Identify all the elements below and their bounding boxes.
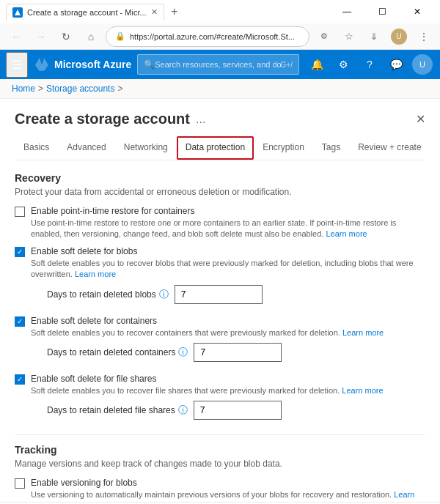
fileshares-days-row: Days to retain deleted file shares ⓘ <box>47 401 425 420</box>
point-in-time-row: Enable point-in-time restore for contain… <box>15 206 425 240</box>
fileshares-days-info-icon[interactable]: ⓘ <box>178 404 188 417</box>
soft-delete-fileshares-row: Enable soft delete for file shares Soft … <box>15 374 425 426</box>
browser-tab[interactable]: Create a storage account - Micr... ✕ <box>6 4 164 21</box>
soft-delete-containers-learn-more[interactable]: Learn more <box>342 328 384 337</box>
azure-logo: Microsoft Azure <box>34 56 131 73</box>
tab-advanced[interactable]: Advanced <box>58 136 114 160</box>
search-shortcut: G+/ <box>281 61 293 69</box>
notifications-icon[interactable]: 🔔 <box>305 53 329 76</box>
browser-titlebar: Create a storage account - Micr... ✕ + —… <box>0 0 440 23</box>
azure-navbar: ☰ Microsoft Azure 🔍 G+/ 🔔 ⚙ ? 💬 U <box>0 50 440 79</box>
recovery-title: Recovery <box>15 172 425 184</box>
soft-delete-fileshares-desc: Soft delete enables you to recover file … <box>31 385 425 396</box>
page-title-row: Create a storage account ... ✕ <box>15 111 425 127</box>
tab-tags[interactable]: Tags <box>313 136 349 160</box>
extensions-button[interactable]: ⚙ <box>314 26 334 47</box>
breadcrumb-storage-accounts[interactable]: Storage accounts <box>46 84 114 94</box>
fileshares-days-label: Days to retain deleted file shares ⓘ <box>47 404 188 417</box>
versioning-checkbox[interactable] <box>15 478 25 489</box>
fileshares-days-input[interactable] <box>194 401 282 420</box>
hamburger-menu-button[interactable]: ☰ <box>6 52 28 78</box>
soft-delete-fileshares-learn-more[interactable]: Learn more <box>342 386 383 395</box>
blobs-days-info-icon[interactable]: ⓘ <box>159 288 169 301</box>
home-button[interactable]: ⌂ <box>81 26 101 47</box>
refresh-button[interactable]: ↻ <box>56 26 76 47</box>
user-profile-button[interactable]: U <box>389 26 409 47</box>
downloads-button[interactable]: ⇓ <box>364 26 384 47</box>
tab-data-protection[interactable]: Data protection <box>177 136 254 160</box>
close-panel-icon[interactable]: ✕ <box>416 112 425 126</box>
recovery-section: Recovery Protect your data from accident… <box>15 172 425 426</box>
soft-delete-containers-label: Enable soft delete for containers <box>31 316 425 326</box>
soft-delete-blobs-label: Enable soft delete for blobs <box>31 246 425 256</box>
search-icon: 🔍 <box>144 59 155 70</box>
soft-delete-fileshares-checkbox[interactable] <box>15 374 25 385</box>
soft-delete-blobs-learn-more[interactable]: Learn more <box>75 270 116 278</box>
azure-search-input[interactable] <box>155 60 280 69</box>
point-in-time-checkbox[interactable] <box>15 207 25 217</box>
lock-icon: 🔒 <box>115 32 125 41</box>
blobs-days-input[interactable] <box>175 285 263 304</box>
new-tab-button[interactable]: + <box>164 1 185 22</box>
blobs-days-label: Days to retain deleted blobs ⓘ <box>47 288 169 301</box>
containers-days-row: Days to retain deleted containers ⓘ <box>47 343 425 362</box>
tab-basics[interactable]: Basics <box>15 136 58 160</box>
help-icon[interactable]: ? <box>358 53 381 76</box>
tab-encryption[interactable]: Encryption <box>254 136 313 160</box>
soft-delete-blobs-desc: Soft delete enables you to recover blobs… <box>31 258 425 281</box>
tabs-bar: Basics Advanced Networking Data protecti… <box>15 136 425 160</box>
tracking-desc: Manage versions and keep track of change… <box>15 459 425 469</box>
close-button[interactable]: ✕ <box>400 0 434 23</box>
breadcrumb-sep2: > <box>117 84 122 94</box>
tracking-section: Tracking Manage versions and keep track … <box>15 444 425 502</box>
svg-marker-0 <box>15 10 21 15</box>
settings-icon[interactable]: ⚙ <box>331 53 355 76</box>
soft-delete-containers-desc: Soft delete enables you to recover conta… <box>31 327 425 338</box>
user-account-button[interactable]: U <box>411 53 434 76</box>
back-button[interactable]: ← <box>6 26 26 47</box>
containers-days-label: Days to retain deleted containers ⓘ <box>47 346 188 359</box>
recovery-desc: Protect your data from accidental or err… <box>15 187 425 197</box>
address-bar[interactable]: 🔒 <box>106 26 309 47</box>
breadcrumb-home[interactable]: Home <box>12 84 35 94</box>
recovery-divider <box>15 434 425 435</box>
tab-networking[interactable]: Networking <box>115 136 177 160</box>
favorites-button[interactable]: ☆ <box>339 26 359 47</box>
versioning-row: Enable versioning for blobs Use versioni… <box>15 478 425 502</box>
point-in-time-label: Enable point-in-time restore for contain… <box>31 206 425 216</box>
azure-search-box[interactable]: 🔍 G+/ <box>137 54 299 75</box>
tab-favicon <box>12 7 23 18</box>
versioning-label: Enable versioning for blobs <box>31 478 425 488</box>
forward-button[interactable]: → <box>31 26 51 47</box>
versioning-desc: Use versioning to automatically maintain… <box>31 489 425 502</box>
browser-controls-bar: ← → ↻ ⌂ 🔒 ⚙ ☆ ⇓ U ⋮ <box>0 23 440 50</box>
more-options-button[interactable]: ⋮ <box>414 26 434 47</box>
title-more-icon[interactable]: ... <box>196 113 205 126</box>
tab-review-create[interactable]: Review + create <box>349 136 430 160</box>
main-content: Create a storage account ... ✕ Basics Ad… <box>0 99 440 502</box>
tab-close-icon[interactable]: ✕ <box>151 7 158 17</box>
minimize-button[interactable]: — <box>330 0 364 23</box>
browser-chrome: Create a storage account - Micr... ✕ + —… <box>0 0 440 50</box>
containers-days-info-icon[interactable]: ⓘ <box>178 346 188 359</box>
soft-delete-blobs-checkbox[interactable] <box>15 247 25 257</box>
user-avatar: U <box>412 54 433 75</box>
blobs-days-row: Days to retain deleted blobs ⓘ <box>47 285 425 304</box>
tab-title: Create a storage account - Micr... <box>27 8 147 17</box>
address-input[interactable] <box>130 32 300 41</box>
maximize-button[interactable]: ☐ <box>365 0 399 23</box>
breadcrumb-sep1: > <box>38 84 43 94</box>
azure-logo-text: Microsoft Azure <box>54 59 131 70</box>
feedback-icon[interactable]: 💬 <box>384 53 408 76</box>
page-title: Create a storage account <box>15 111 190 127</box>
soft-delete-containers-checkbox[interactable] <box>15 316 25 327</box>
tracking-title: Tracking <box>15 444 425 456</box>
soft-delete-fileshares-label: Enable soft delete for file shares <box>31 374 425 384</box>
point-in-time-learn-more[interactable]: Learn more <box>326 229 367 238</box>
point-in-time-desc: Use point-in-time restore to restore one… <box>31 218 425 240</box>
containers-days-input[interactable] <box>194 343 282 362</box>
soft-delete-blobs-row: Enable soft delete for blobs Soft delete… <box>15 246 425 310</box>
breadcrumb: Home > Storage accounts > <box>0 79 440 99</box>
soft-delete-containers-row: Enable soft delete for containers Soft d… <box>15 316 425 368</box>
